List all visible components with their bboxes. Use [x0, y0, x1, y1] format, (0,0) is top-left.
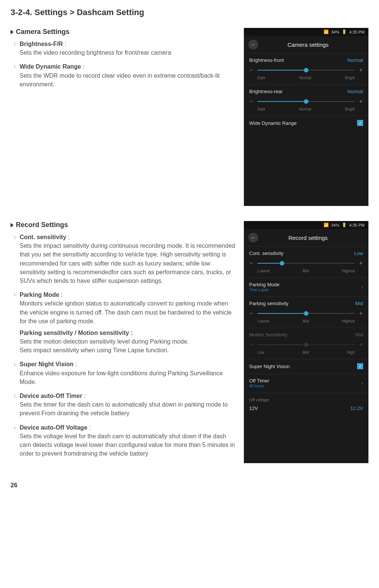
- plus-icon[interactable]: +: [359, 98, 363, 105]
- item-cont-sens-desc: Sets the impact sensitivity during conti…: [20, 243, 235, 284]
- slider-track[interactable]: [257, 70, 355, 71]
- tick-lowest: Lowest: [257, 319, 270, 323]
- setting-motion-sensitivity: Motion Sensitivity Mid − + Low Mid High: [244, 328, 368, 359]
- plus-icon[interactable]: +: [359, 310, 363, 317]
- setting-wdr[interactable]: Wide Dynamic Range ✓: [244, 116, 368, 130]
- tick-mid: Mid: [303, 269, 309, 273]
- item-parking-mode-desc: Monitors vehicle ignition status to auto…: [20, 300, 232, 324]
- setting-parking-mode[interactable]: Parking Mode Time Lapse ›: [244, 278, 368, 296]
- minus-icon[interactable]: −: [249, 310, 254, 317]
- item-snv-desc: Enhance video exposure for low-light con…: [20, 370, 223, 385]
- back-button[interactable]: ←: [248, 233, 258, 243]
- setting-12v[interactable]: 12V 12.2V: [244, 404, 368, 416]
- minus-icon[interactable]: −: [249, 67, 254, 74]
- appbar-title: Camera settings: [262, 41, 354, 48]
- setting-brightness-front[interactable]: Brightness-front Normal − + Dark Normal …: [244, 53, 368, 84]
- phone-camera-settings: 📶 34% 🔋 4:35 PM ← Camera settings Bright…: [244, 28, 368, 206]
- triangle-icon: [11, 223, 14, 227]
- slider-ticks: Dark Normal Bright: [249, 107, 363, 111]
- item-parking-mode: Parking Mode : Monitors vehicle ignition…: [20, 290, 236, 355]
- camera-settings-heading-label: Camera Settings: [16, 28, 69, 36]
- minus-icon[interactable]: −: [249, 260, 254, 267]
- page-title-sep: >: [67, 8, 77, 17]
- slider-brightness-rear[interactable]: − +: [249, 98, 363, 105]
- back-button[interactable]: ←: [248, 40, 258, 49]
- battery-icon: 🔋: [342, 223, 347, 227]
- setting-name: Parking sensitivity: [249, 301, 288, 306]
- phone-filler: [244, 130, 368, 206]
- item-parking-sublabel: Parking sensitivity / Motion sensitivity…: [20, 329, 236, 337]
- slider-motion-sens: − +: [249, 341, 363, 348]
- tick-highest: Highest: [342, 269, 355, 273]
- slider-track: [257, 344, 355, 345]
- setting-name: Off Timer: [249, 378, 269, 384]
- item-brightness-label: Brightness-F/R: [20, 41, 63, 47]
- tick-high: High: [347, 350, 355, 355]
- item-autooff-voltage-label: Device auto-Off Voltage: [20, 424, 87, 431]
- tick-bright: Bright: [345, 76, 355, 80]
- tick-bright: Bright: [345, 107, 355, 111]
- chevron-right-icon: ›: [361, 380, 363, 386]
- tick-normal: Normal: [299, 76, 311, 80]
- statusbar: 📶 34% 🔋 4:35 PM: [244, 221, 368, 229]
- plus-icon[interactable]: +: [359, 67, 363, 74]
- setting-name: Super Night Vision: [249, 364, 290, 369]
- record-settings-heading-label: Record Settings: [16, 221, 68, 229]
- page-title-suffix: Dashcam Setting: [77, 8, 144, 17]
- tick-highest: Highest: [342, 319, 355, 323]
- slider-ticks: Dark Normal Bright: [249, 76, 363, 80]
- phone-record-settings: 📶 34% 🔋 4:35 PM ← Record settings Cont. …: [244, 221, 368, 463]
- setting-off-timer[interactable]: Off Timer 48 hours ›: [244, 374, 368, 393]
- item-cont-sens-label: Cont. sensitivity: [20, 234, 66, 240]
- slider-parking-sens[interactable]: − +: [249, 310, 363, 317]
- slider-cont-sens[interactable]: − +: [249, 260, 363, 267]
- setting-value: Mid: [355, 301, 363, 306]
- page-title-prefix: 3-2-4. Settings: [11, 8, 67, 17]
- item-autooff-timer-desc: Sets the timer for the dash cam to autom…: [20, 401, 228, 416]
- setting-value: Mid: [355, 332, 363, 338]
- appbar: ← Record settings: [244, 229, 368, 246]
- page-number: 26: [11, 482, 368, 489]
- camera-settings-section: Camera Settings Brightness-F/R : Sets th…: [11, 28, 368, 206]
- setting-name: 12V: [249, 405, 258, 411]
- slider-ticks: Lowest Mid Highest: [249, 269, 363, 273]
- checkbox-wdr[interactable]: ✓: [357, 120, 363, 126]
- plus-icon[interactable]: +: [359, 260, 363, 267]
- status-battery: 34%: [331, 223, 339, 227]
- item-wdr-desc: Sets the WDR mode to record clear video …: [20, 72, 220, 88]
- setting-snv[interactable]: Super Night Vision ✓: [244, 359, 368, 374]
- checkbox-snv[interactable]: ✓: [357, 363, 363, 369]
- item-autooff-voltage-desc: Sets the voltage level for the dash cam …: [20, 433, 235, 457]
- wifi-icon: 📶: [324, 223, 329, 227]
- setting-off-voltage-header: Off voltage: [244, 393, 368, 404]
- minus-icon: −: [249, 341, 254, 348]
- setting-name: Brightness-rear: [249, 89, 283, 94]
- setting-value: Low: [354, 250, 363, 256]
- item-brightness: Brightness-F/R : Sets the video recordin…: [20, 40, 236, 57]
- slider-brightness-front[interactable]: − +: [249, 67, 363, 74]
- page-title: 3-2-4. Settings > Dashcam Setting: [11, 8, 368, 17]
- record-settings-text: Record Settings Cont. sensitivity : Sets…: [11, 221, 236, 463]
- chevron-right-icon: ›: [361, 284, 363, 290]
- item-autooff-timer-label: Device auto-Off Timer: [20, 393, 82, 399]
- tick-normal: Normal: [299, 107, 311, 111]
- status-time: 4:35 PM: [349, 30, 365, 34]
- slider-track[interactable]: [257, 313, 355, 314]
- setting-value: 12.2V: [350, 405, 363, 411]
- record-settings-heading: Record Settings: [11, 221, 236, 229]
- tick-low: Low: [257, 350, 264, 355]
- appbar-title: Record settings: [262, 235, 354, 241]
- setting-parking-sensitivity[interactable]: Parking sensitivity Mid − + Lowest Mid H…: [244, 296, 368, 328]
- slider-track[interactable]: [257, 263, 355, 264]
- item-parking-subdesc2: Sets impact sensitivity when using Time …: [20, 347, 169, 353]
- appbar: ← Camera settings: [244, 36, 368, 53]
- tick-mid: Mid: [303, 319, 309, 323]
- minus-icon[interactable]: −: [249, 98, 254, 105]
- setting-cont-sensitivity[interactable]: Cont. sensitivity Low − + Lowest Mid Hig…: [244, 246, 368, 278]
- setting-name: Motion Sensitivity: [249, 332, 287, 338]
- tick-dark: Dark: [257, 107, 265, 111]
- item-snv: Super Night Vision : Enhance video expos…: [20, 360, 236, 386]
- item-parking-mode-label: Parking Mode: [20, 292, 59, 298]
- slider-track[interactable]: [257, 101, 355, 102]
- setting-brightness-rear[interactable]: Brightness-rear Normal − + Dark Normal B…: [244, 84, 368, 116]
